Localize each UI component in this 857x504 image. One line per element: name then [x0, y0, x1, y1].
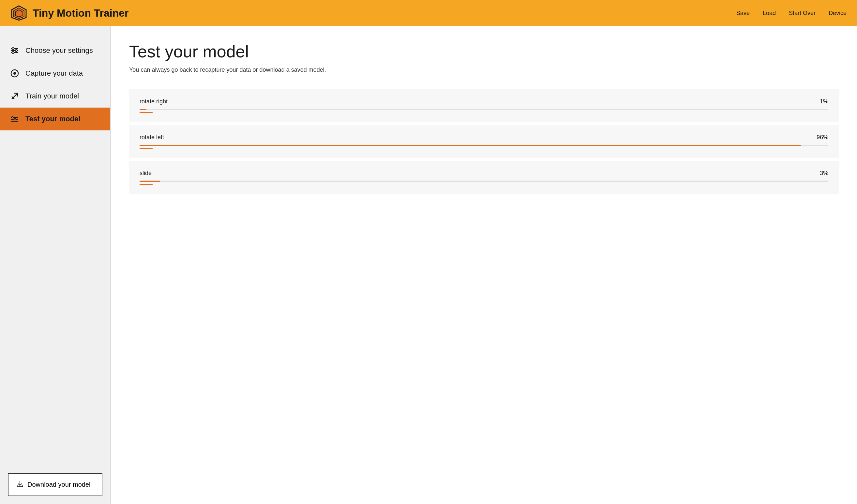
sidebar-item-capture-label: Capture your data [26, 69, 83, 78]
load-nav-item[interactable]: Load [763, 10, 776, 17]
meter-section: rotate right 1% rotate left 96% slide 3% [129, 89, 839, 194]
svg-point-10 [13, 72, 16, 75]
meter-header: rotate left 96% [139, 134, 828, 141]
sidebar-item-train-label: Train your model [26, 92, 79, 100]
svg-point-17 [14, 119, 16, 120]
meter-value-2: 3% [820, 170, 828, 177]
meter-underline-1 [139, 148, 153, 149]
app-logo [11, 4, 28, 21]
meter-fill-0 [139, 109, 147, 110]
sidebar-item-train[interactable]: Train your model [0, 85, 110, 107]
meter-value-1: 96% [817, 134, 828, 141]
page-title: Test your model [129, 42, 839, 61]
download-model-label: Download your model [28, 481, 90, 488]
header-nav: Save Load Start Over Device [736, 10, 846, 17]
meter-row: rotate left 96% [129, 125, 839, 158]
sidebar-item-test[interactable]: Test your model [0, 107, 110, 130]
header: Tiny Motion Trainer Save Load Start Over… [0, 0, 857, 26]
capture-icon [11, 69, 19, 78]
train-icon [11, 92, 19, 100]
test-icon [11, 115, 19, 123]
app-title: Tiny Motion Trainer [33, 7, 129, 19]
save-nav-item[interactable]: Save [736, 10, 750, 17]
main-content: Test your model You can always go back t… [111, 26, 857, 504]
download-model-button[interactable]: Download your model [8, 473, 102, 496]
svg-line-11 [12, 93, 18, 99]
meter-header: rotate right 1% [139, 98, 828, 105]
svg-point-8 [12, 51, 14, 53]
meter-label-1: rotate left [139, 134, 164, 141]
download-icon [16, 480, 23, 489]
meter-row: rotate right 1% [129, 89, 839, 122]
device-nav-item[interactable]: Device [829, 10, 846, 17]
svg-point-16 [12, 117, 13, 118]
meter-track-1 [139, 145, 828, 146]
settings-icon [11, 46, 19, 55]
meter-track-0 [139, 109, 828, 110]
meter-fill-1 [139, 145, 801, 146]
sidebar: Choose your settings Capture your data [0, 26, 111, 504]
meter-row: slide 3% [129, 161, 839, 194]
sidebar-item-test-label: Test your model [26, 115, 80, 123]
svg-point-6 [12, 48, 14, 50]
sidebar-nav: Choose your settings Capture your data [0, 26, 110, 144]
meter-header: slide 3% [139, 170, 828, 177]
sidebar-item-settings[interactable]: Choose your settings [0, 39, 110, 62]
sidebar-item-capture[interactable]: Capture your data [0, 62, 110, 85]
meter-label-2: slide [139, 170, 152, 177]
meter-track-2 [139, 181, 828, 182]
sidebar-item-settings-label: Choose your settings [26, 46, 93, 55]
svg-point-7 [15, 50, 17, 51]
meter-underline-2 [139, 184, 153, 185]
meter-label-0: rotate right [139, 98, 168, 105]
page-subtitle: You can always go back to recapture your… [129, 67, 839, 73]
meter-fill-2 [139, 181, 160, 182]
layout: Choose your settings Capture your data [0, 26, 857, 504]
meter-underline-0 [139, 112, 153, 113]
sidebar-bottom: Download your model [0, 465, 110, 504]
meter-value-0: 1% [820, 98, 828, 105]
start-over-nav-item[interactable]: Start Over [789, 10, 816, 17]
header-left: Tiny Motion Trainer [11, 4, 129, 21]
